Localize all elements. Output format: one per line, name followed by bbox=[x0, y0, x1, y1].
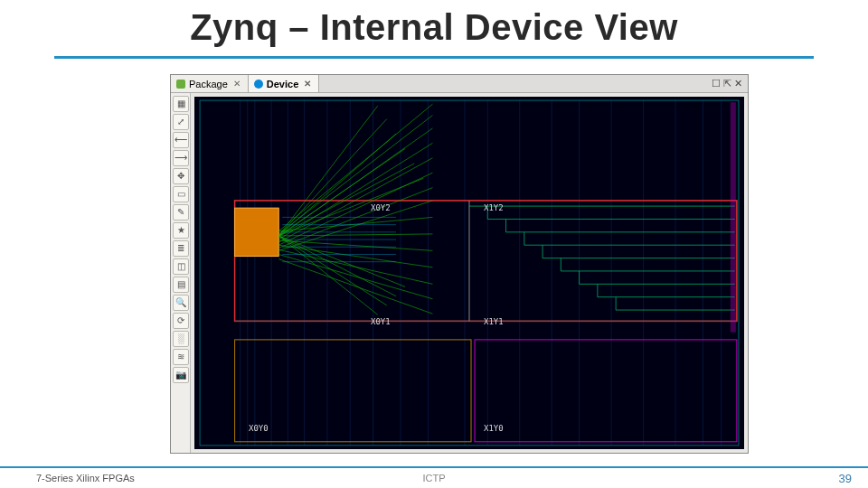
tool-find[interactable]: 🔍 bbox=[173, 295, 189, 311]
tool-back[interactable]: ⟵ bbox=[173, 132, 189, 148]
tab-device[interactable]: Device ✕ bbox=[249, 75, 319, 92]
footer-page-number: 39 bbox=[839, 472, 852, 485]
title-underline bbox=[54, 56, 814, 59]
tab-device-label: Device bbox=[267, 79, 298, 89]
tab-package[interactable]: Package ✕ bbox=[171, 75, 249, 92]
tool-layers[interactable]: ≋ bbox=[173, 349, 189, 365]
device-icon bbox=[254, 80, 263, 89]
tool-highlight[interactable]: ★ bbox=[173, 222, 189, 239]
tab-package-label: Package bbox=[189, 79, 228, 89]
slide-title: Zynq – Internal Device View bbox=[0, 7, 868, 48]
tool-refresh[interactable]: ⟳ bbox=[173, 313, 189, 329]
tool-zoom-fit[interactable]: ⤢ bbox=[173, 114, 189, 130]
close-icon[interactable]: ✕ bbox=[231, 79, 242, 89]
device-canvas-wrap: X0Y2 X1Y2 X0Y1 X1Y1 X0Y0 X1Y0 bbox=[191, 93, 748, 453]
device-viewer-window: Package ✕ Device ✕ ☐ ⇱ ✕ ▦ ⤢ ⟵ ⟶ ✥ ▭ ✎ ★… bbox=[170, 74, 749, 454]
tool-toggle-nets[interactable]: ≣ bbox=[173, 240, 189, 257]
device-canvas[interactable]: X0Y2 X1Y2 X0Y1 X1Y1 X0Y0 X1Y0 bbox=[194, 97, 744, 449]
footer-center: ICTP bbox=[422, 473, 445, 483]
tool-area-select[interactable]: ▭ bbox=[173, 186, 189, 202]
tool-toggle-minimap[interactable]: ▦ bbox=[173, 96, 189, 112]
close-icon[interactable]: ✕ bbox=[302, 79, 313, 89]
package-icon bbox=[176, 80, 185, 89]
footer-left: 7-Series Xilinx FPGAs bbox=[36, 473, 135, 483]
tool-toggle-tiles[interactable]: ▤ bbox=[173, 277, 189, 293]
tool-congestion[interactable]: ░ bbox=[173, 331, 189, 347]
tool-toggle-sites[interactable]: ◫ bbox=[173, 258, 189, 275]
svg-rect-28 bbox=[235, 208, 279, 256]
tool-snapshot[interactable]: 📷 bbox=[173, 367, 189, 383]
window-controls[interactable]: ☐ ⇱ ✕ bbox=[712, 75, 748, 92]
viewer-toolstrip: ▦ ⤢ ⟵ ⟶ ✥ ▭ ✎ ★ ≣ ◫ ▤ 🔍 ⟳ ░ ≋ 📷 bbox=[171, 93, 191, 453]
tool-measure[interactable]: ✎ bbox=[173, 204, 189, 221]
viewer-tabbar: Package ✕ Device ✕ ☐ ⇱ ✕ bbox=[171, 75, 748, 93]
tool-forward[interactable]: ⟶ bbox=[173, 150, 189, 166]
svg-rect-44 bbox=[731, 102, 736, 333]
tool-select[interactable]: ✥ bbox=[173, 168, 189, 184]
